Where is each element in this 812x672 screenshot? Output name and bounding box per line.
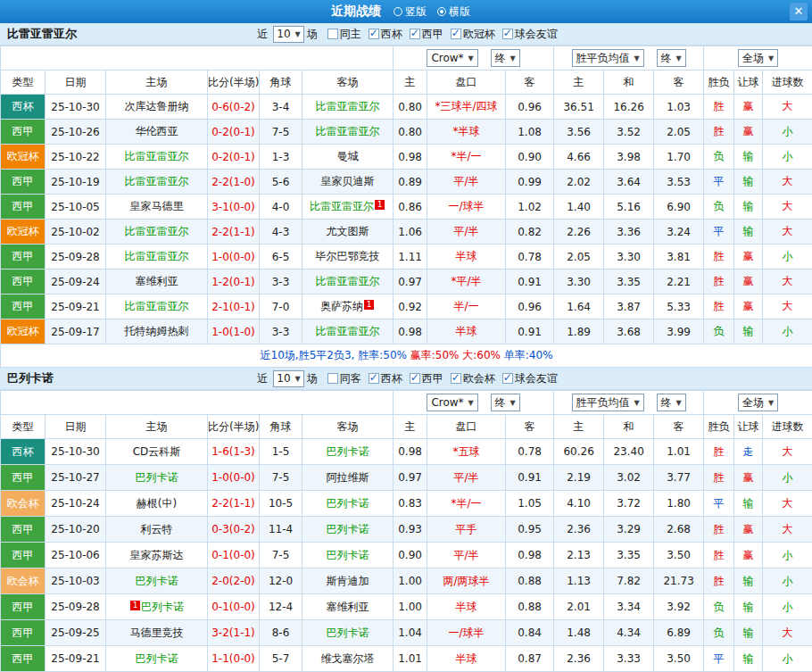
home-team[interactable]: 次库达鲁册纳: [125, 100, 189, 112]
col-header-away: 客场: [302, 415, 394, 439]
league-checkbox[interactable]: [369, 373, 379, 384]
summary-row: 近10场,胜5平2负3, 胜率:50% 赢率:50% 大:60% 单率:40%: [1, 344, 812, 368]
home-team[interactable]: 托特纳姆热刺: [125, 325, 189, 337]
away-team[interactable]: 阿拉维斯: [327, 471, 369, 484]
home-team[interactable]: 皇家苏斯达: [130, 549, 184, 561]
away-team[interactable]: 皇家贝迪斯: [321, 175, 375, 187]
league-checkbox[interactable]: [451, 373, 461, 384]
league-checkbox[interactable]: [410, 29, 420, 39]
league-checkbox[interactable]: [451, 29, 461, 39]
handicap-line: 半球: [427, 319, 506, 344]
chevron-down-icon: ▼: [295, 375, 301, 383]
home-team[interactable]: 马德里竞技: [130, 626, 184, 639]
home-team[interactable]: 比雷亚雷亚尔: [125, 250, 189, 262]
away-team[interactable]: 塞维利亚: [327, 601, 369, 613]
odds-draw: 3.52: [604, 120, 654, 145]
home-team[interactable]: CD云科斯: [133, 445, 181, 458]
fulltime-scope-dropdown[interactable]: 全场▼: [738, 49, 778, 67]
result-handicap: 赢: [734, 120, 763, 145]
away-team[interactable]: 巴列卡诺: [327, 523, 369, 535]
handicap-line: *半球: [427, 120, 506, 145]
match-row: 西杯25-10-30次库达鲁册纳0-6(0-2)3-4比雷亚雷亚尔0.80*三球…: [1, 95, 812, 120]
home-team-cell: 利云特: [106, 517, 208, 543]
final-dropdown-b[interactable]: 终▼: [657, 49, 686, 67]
col-header-ah-home: 主: [394, 71, 427, 95]
home-team[interactable]: 巴列卡诺: [136, 575, 178, 587]
result-handicap: 赢: [734, 543, 763, 568]
home-team[interactable]: 巴列卡诺: [141, 601, 184, 613]
odds-company-dropdown[interactable]: Crow*▼: [427, 49, 477, 67]
home-team[interactable]: 比雷亚雷亚尔: [125, 300, 189, 312]
final-dropdown-a[interactable]: 终▼: [491, 49, 520, 67]
away-team[interactable]: 尤文图斯: [327, 225, 369, 237]
same-side-checkbox[interactable]: [327, 29, 338, 39]
away-team[interactable]: 比雷亚雷亚尔: [316, 275, 380, 287]
result-handicap: 输: [734, 491, 763, 517]
near-count-select[interactable]: 10▼: [273, 26, 303, 43]
corner-cell: 10-5: [260, 491, 302, 517]
away-team-cell: 巴列卡诺: [302, 439, 394, 465]
away-team-cell: 巴列卡诺: [302, 491, 394, 517]
chevron-down-icon: ▼: [676, 54, 682, 62]
away-team[interactable]: 曼城: [337, 150, 359, 162]
wdl-average-dropdown[interactable]: 胜平负均值▼: [572, 394, 644, 411]
league-checkbox[interactable]: [502, 29, 513, 39]
away-team[interactable]: 斯肯迪加: [327, 575, 369, 587]
away-team[interactable]: 维戈塞尔塔: [321, 652, 375, 665]
away-team[interactable]: 比雷亚雷亚尔: [310, 200, 374, 212]
col-header-odds-draw: 和: [604, 71, 654, 95]
league-checkbox-label: 欧会杯: [463, 371, 495, 386]
league-checkbox[interactable]: [369, 29, 379, 39]
away-team-cell: 尤文图斯: [302, 220, 394, 245]
final-dropdown-a[interactable]: 终▼: [491, 394, 520, 411]
match-row: 西甲25-10-20利云特0-3(0-2)11-4巴列卡诺0.93平手0.952…: [1, 517, 812, 543]
away-team[interactable]: 毕尔巴鄂竞技: [316, 250, 380, 262]
radio-vertical-layout[interactable]: 竖版: [394, 4, 427, 20]
near-count-select[interactable]: 10▼: [273, 370, 303, 387]
home-team[interactable]: 比雷亚雷亚尔: [125, 175, 189, 187]
radio-horizontal-layout[interactable]: 横版: [437, 4, 470, 20]
league-checkbox-label: 欧冠杯: [463, 27, 495, 42]
home-team-cell: 比雷亚雷亚尔: [106, 295, 208, 319]
fulltime-scope-dropdown[interactable]: 全场▼: [738, 394, 778, 411]
away-team[interactable]: 比雷亚雷亚尔: [316, 325, 380, 337]
odds-company-dropdown[interactable]: Crow*▼: [427, 394, 477, 411]
home-team-cell: 赫根(中): [106, 491, 208, 517]
home-team[interactable]: 华伦西亚: [136, 125, 178, 137]
handicap-home-odds: 0.97: [394, 270, 427, 295]
away-team[interactable]: 巴列卡诺: [327, 445, 369, 458]
handicap-home-odds: 0.98: [394, 319, 427, 344]
odds-win: 1.13: [554, 568, 604, 594]
col-header-odds-lose: 客: [654, 415, 704, 439]
home-team[interactable]: 比雷亚雷亚尔: [125, 225, 189, 237]
home-team[interactable]: 利云特: [141, 523, 173, 535]
final-dropdown-b[interactable]: 终▼: [657, 394, 686, 411]
away-team[interactable]: 巴列卡诺: [327, 549, 369, 561]
away-team[interactable]: 比雷亚雷亚尔: [316, 100, 380, 112]
home-team-cell: CD云科斯: [106, 439, 208, 465]
home-team[interactable]: 比雷亚雷亚尔: [125, 150, 189, 162]
home-team[interactable]: 塞维利亚: [136, 275, 178, 287]
col-header-handicap-result: 让球: [734, 415, 763, 439]
same-side-checkbox[interactable]: [327, 373, 338, 384]
wdl-average-dropdown[interactable]: 胜平负均值▼: [572, 49, 644, 67]
home-team[interactable]: 巴列卡诺: [136, 471, 178, 484]
league-checkbox[interactable]: [502, 373, 513, 384]
match-row: 西甲25-10-06皇家苏斯达0-1(0-0)7-5巴列卡诺0.90平/半0.9…: [1, 543, 812, 568]
away-team[interactable]: 巴列卡诺: [327, 626, 369, 639]
home-team-cell: 次库达鲁册纳: [106, 95, 208, 120]
close-button[interactable]: ✕: [790, 3, 808, 21]
col-header-result: 胜负: [704, 71, 734, 95]
col-header-goals: 进球数: [763, 71, 812, 95]
result-goals: 小: [763, 594, 812, 620]
away-team[interactable]: 奥萨苏纳: [320, 300, 363, 312]
league-checkbox[interactable]: [410, 373, 420, 384]
result-handicap: 走: [734, 439, 763, 465]
home-team[interactable]: 皇家马德里: [130, 200, 184, 212]
away-team[interactable]: 巴列卡诺: [327, 497, 369, 510]
away-team[interactable]: 比雷亚雷亚尔: [316, 125, 380, 137]
odds-win: 2.36: [554, 517, 604, 543]
home-team[interactable]: 巴列卡诺: [136, 652, 178, 665]
home-team[interactable]: 赫根(中): [137, 497, 177, 510]
handicap-home-odds: 1.00: [394, 568, 427, 594]
